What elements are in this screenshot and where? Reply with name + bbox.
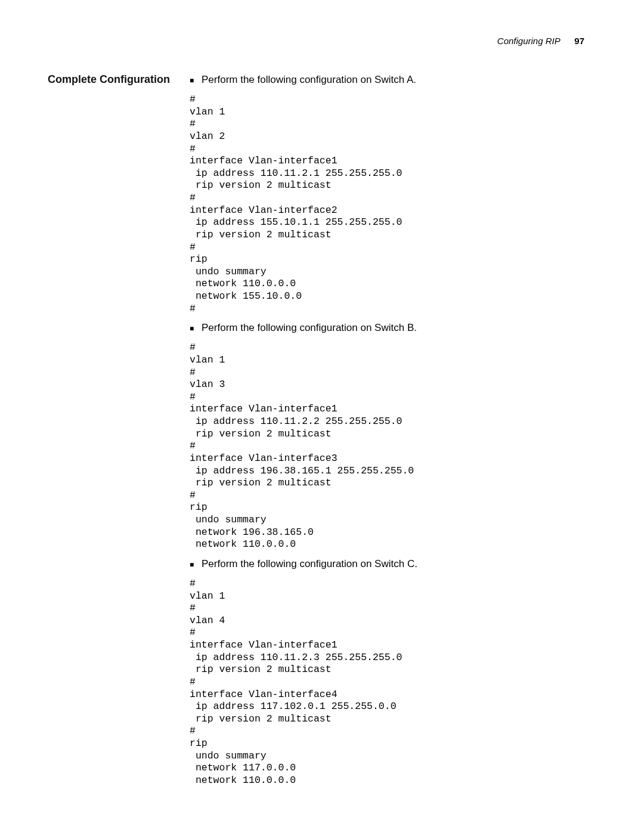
section-c-intro: ■ Perform the following configuration on… <box>190 558 584 571</box>
page-number: 97 <box>574 36 584 46</box>
bullet-icon: ■ <box>190 323 202 335</box>
running-title: Configuring RIP <box>497 36 560 46</box>
section-b-intro-text: Perform the following configuration on S… <box>202 322 417 334</box>
section-b-intro: ■ Perform the following configuration on… <box>190 322 584 335</box>
content-grid: Complete Configuration ■ Perform the fol… <box>48 73 584 794</box>
section-a-intro-text: Perform the following configuration on S… <box>202 74 416 86</box>
main-column: ■ Perform the following configuration on… <box>190 73 584 794</box>
running-header: Configuring RIP 97 <box>48 36 584 46</box>
section-c-intro-text: Perform the following configuration on S… <box>202 558 417 570</box>
section-a-code: # vlan 1 # vlan 2 # interface Vlan-inter… <box>190 94 584 315</box>
bullet-icon: ■ <box>190 75 202 86</box>
page: Configuring RIP 97 Complete Configuratio… <box>0 0 644 830</box>
section-c-code: # vlan 1 # vlan 4 # interface Vlan-inter… <box>190 578 584 787</box>
section-a-intro: ■ Perform the following configuration on… <box>190 74 584 86</box>
section-b-code: # vlan 1 # vlan 3 # interface Vlan-inter… <box>190 342 584 551</box>
bullet-icon: ■ <box>190 559 202 571</box>
side-heading: Complete Configuration <box>48 73 179 794</box>
